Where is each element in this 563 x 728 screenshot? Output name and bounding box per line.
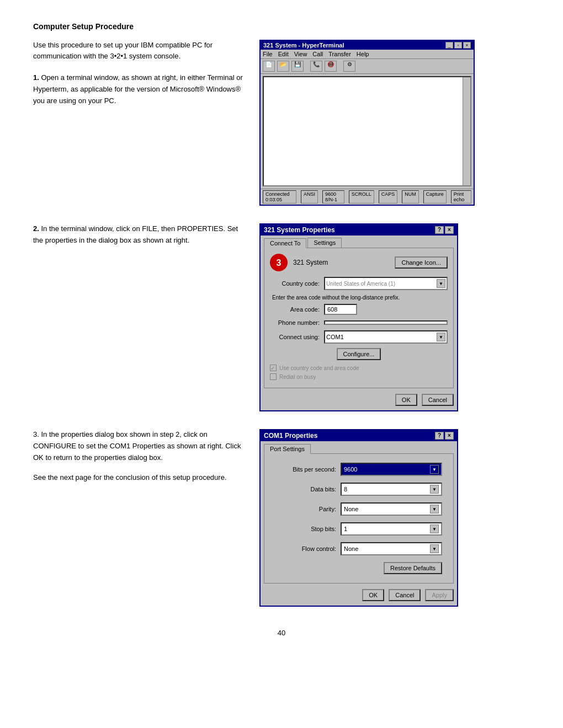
section-3: 3. In the properties dialog box shown in…: [33, 429, 530, 607]
parity-select[interactable]: None ▼: [341, 502, 442, 516]
scrollbar[interactable]: [463, 77, 470, 185]
data-row: Data bits: 8 ▼: [275, 483, 442, 496]
status-ansi: ANSI: [301, 190, 318, 204]
menu-transfer[interactable]: Transfer: [328, 51, 351, 57]
menu-edit[interactable]: Edit: [278, 51, 289, 57]
toolbar-dial[interactable]: 📞: [310, 61, 322, 72]
sys-cancel-btn[interactable]: Cancel: [422, 394, 454, 406]
tab-settings[interactable]: Settings: [307, 238, 342, 248]
tab-connect-to[interactable]: Connect To: [264, 238, 306, 248]
connect-select[interactable]: COM1 ▼: [324, 330, 448, 344]
area-note: Enter the area code without the long-dis…: [270, 295, 448, 301]
com-properties-content: Bits per second: 9600 ▼ Data bits: 8 ▼: [264, 453, 454, 584]
sys-icon: 3: [270, 254, 288, 271]
section-2: 2. In the terminal window, click on FILE…: [33, 223, 530, 411]
step2-text-block: 2. In the terminal window, click on FILE…: [33, 223, 243, 247]
toolbar-new[interactable]: 📄: [263, 61, 275, 72]
com-tabs: Port Settings: [261, 441, 457, 453]
com-help-btn[interactable]: ?: [435, 432, 444, 440]
checkbox1-label: Use country code and area code: [279, 365, 359, 371]
sys-properties-content: 3 321 System Change Icon... Country code…: [264, 248, 454, 388]
com-properties-footer: OK Cancel Apply: [261, 587, 457, 606]
sys-properties-title: 321 System Properties: [264, 226, 335, 234]
restore-btn[interactable]: ▫: [454, 42, 462, 49]
menu-file[interactable]: File: [263, 51, 273, 57]
flow-select[interactable]: None ▼: [341, 542, 442, 555]
phone-input[interactable]: [324, 320, 448, 325]
sys-ok-btn[interactable]: OK: [395, 394, 417, 406]
flow-select-arrow: ▼: [430, 544, 439, 553]
stop-select[interactable]: 1 ▼: [341, 522, 442, 536]
menu-help[interactable]: Help: [357, 51, 369, 57]
step3-text-block: 3. In the properties dialog box shown in…: [33, 429, 243, 484]
toolbar-prop[interactable]: ⚙: [343, 61, 355, 72]
area-input[interactable]: 608: [324, 304, 357, 315]
status-capture: Capture: [423, 190, 447, 204]
hyperterm-body: [263, 76, 471, 186]
com-properties-dialog: COM1 Properties ? × Port Settings Bits p…: [259, 429, 458, 607]
sys-properties-footer: OK Cancel: [261, 392, 457, 410]
menu-view[interactable]: View: [294, 51, 307, 57]
svg-text:3: 3: [277, 258, 282, 267]
status-connected: Connected 0:03:05: [263, 190, 296, 204]
checkbox1-row: ✓ Use country code and area code: [270, 365, 448, 371]
flow-label: Flow control:: [275, 545, 336, 552]
stop-label: Stop bits:: [275, 526, 336, 532]
checkbox-redial[interactable]: [270, 373, 277, 380]
hyperterm-screenshot: 321 System - HyperTerminal _ ▫ × File Ed…: [259, 40, 530, 206]
tab-port-settings[interactable]: Port Settings: [264, 444, 311, 454]
bps-select[interactable]: 9600 ▼: [341, 463, 442, 476]
hyperterm-toolbar: 📄 📂 💾 📞 📵 ⚙: [261, 59, 474, 74]
connect-row: Connect using: COM1 ▼: [270, 330, 448, 344]
data-select[interactable]: 8 ▼: [341, 483, 442, 496]
hyperterm-menubar: File Edit View Call Transfer Help: [261, 50, 474, 59]
com-apply-btn[interactable]: Apply: [425, 589, 454, 601]
toolbar-sep: [306, 61, 308, 72]
parity-select-arrow: ▼: [430, 505, 439, 513]
menu-call[interactable]: Call: [312, 51, 323, 57]
intro-text-block: Use this procedure to set up your IBM co…: [33, 40, 243, 106]
status-caps: CAPS: [379, 190, 398, 204]
sys-properties-tabs: Connect To Settings: [261, 235, 457, 248]
toolbar-open[interactable]: 📂: [277, 61, 289, 72]
area-label: Area code:: [270, 306, 320, 313]
country-label: Country code:: [270, 280, 320, 287]
step3-text: 3. In the properties dialog box shown in…: [33, 429, 243, 463]
status-baud: 9600 8/N-1: [322, 190, 344, 204]
country-select[interactable]: United States of America (1) ▼: [324, 277, 448, 290]
close-btn[interactable]: ×: [463, 42, 471, 49]
sys-close-btn[interactable]: ×: [445, 226, 454, 234]
sys-icon-row: 3 321 System Change Icon...: [270, 254, 448, 271]
com-ok-btn[interactable]: OK: [362, 589, 384, 601]
parity-row: Parity: None ▼: [275, 502, 442, 516]
change-icon-btn[interactable]: Change Icon...: [395, 256, 448, 269]
checkbox-country-code[interactable]: ✓: [270, 365, 277, 371]
sys-icon-label: 321 System: [293, 259, 389, 266]
status-num: NUM: [402, 190, 419, 204]
toolbar-save[interactable]: 💾: [291, 61, 304, 72]
com-properties-titlebar: COM1 Properties ? ×: [261, 430, 457, 441]
sys-properties-win-btns: ? ×: [435, 226, 454, 234]
minimize-btn[interactable]: _: [445, 42, 453, 49]
section-1: Use this procedure to set up your IBM co…: [33, 40, 530, 206]
hyperterm-statusbar: Connected 0:03:05 ANSI 9600 8/N-1 SCROLL…: [261, 189, 474, 205]
status-printecho: Print echo: [451, 190, 471, 204]
restore-defaults-btn[interactable]: Restore Defaults: [384, 562, 442, 574]
step2-text: 2. In the terminal window, click on FILE…: [33, 223, 243, 247]
data-select-arrow: ▼: [430, 485, 439, 494]
com-close-btn[interactable]: ×: [445, 432, 454, 440]
stop-select-arrow: ▼: [430, 524, 439, 533]
com-cancel-btn[interactable]: Cancel: [389, 589, 421, 601]
sys-help-btn[interactable]: ?: [435, 226, 444, 234]
phone-row: Phone number:: [270, 319, 448, 326]
toolbar-hangup[interactable]: 📵: [325, 61, 337, 72]
country-row: Country code: United States of America (…: [270, 277, 448, 290]
connect-label: Connect using:: [270, 334, 320, 340]
flow-row: Flow control: None ▼: [275, 542, 442, 555]
bps-select-arrow: ▼: [430, 465, 439, 474]
bps-label: Bits per second:: [275, 466, 336, 473]
bps-row: Bits per second: 9600 ▼: [275, 463, 442, 476]
configure-btn[interactable]: Configure...: [337, 348, 381, 360]
checkbox2-row: Redial on busy: [270, 373, 448, 380]
hyperterm-title: 321 System - HyperTerminal: [263, 42, 344, 49]
